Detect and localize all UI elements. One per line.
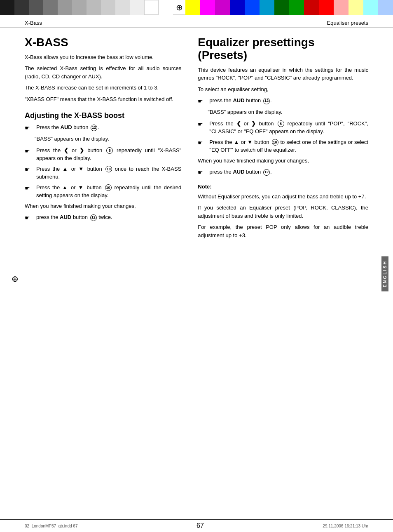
eq-nav1: ❮ <box>236 120 241 127</box>
eq-title: Equalizer presettings(Presets) <box>198 36 368 62</box>
eq-arrow-icon-3: ☛ <box>198 120 208 129</box>
xbass-step6-text: press the AUD button 12 twice. <box>36 213 181 221</box>
swatch-pink <box>334 0 349 15</box>
left-column: ⊕ X-BASS X-Bass allows you to increase t… <box>25 28 189 519</box>
eq-step4: ☛ Press the ▲ or ▼ button 10 to select o… <box>198 138 368 154</box>
swatch-2 <box>14 0 29 15</box>
eq-step4-text: Press the ▲ or ▼ button 10 to select one… <box>209 138 368 154</box>
xbass-step3: ☛ Press the ❮ or ❯ button 8 repeatedly u… <box>25 146 181 162</box>
swatch-10 <box>130 0 144 15</box>
note-1: Without Equaliser presets, you can adjus… <box>198 193 368 201</box>
eq-nav2: ❯ <box>251 120 256 127</box>
arrow-icon-5: ☛ <box>25 184 35 193</box>
swatch-7 <box>87 0 101 15</box>
swatch-dark-magenta <box>215 0 230 15</box>
xbass-nav2: ❯ <box>80 147 84 153</box>
eq-arrow-icon-5: ☛ <box>198 168 208 177</box>
eq-step3-text: Press the ❮ or ❯ button 8 repeatedly unt… <box>209 120 368 136</box>
left-crosshair: ⊕ <box>12 274 19 284</box>
xbass-title: X-BASS <box>25 36 181 49</box>
swatch-red <box>319 0 334 15</box>
color-bar-left <box>0 0 173 15</box>
swatch-11 <box>144 0 159 15</box>
arrow-icon-1: ☛ <box>25 124 35 132</box>
xbass-step4-text: Press the ▲ or ▼ button 10 once to reach… <box>36 165 181 181</box>
xbass-up2: ▲ <box>62 184 68 191</box>
swatch-dark-green <box>274 0 289 15</box>
eq-step3-num: 8 <box>278 120 284 127</box>
arrow-icon-3: ☛ <box>25 147 35 155</box>
side-label-container: ENGLISH <box>381 111 389 437</box>
swatch-1 <box>0 0 14 15</box>
xbass-intro2: The selected X-Bass setting is effective… <box>25 64 181 80</box>
right-column: Equalizer presettings(Presets) This devi… <box>189 28 368 519</box>
swatch-teal <box>260 0 274 15</box>
eq-step5-text: press the AUD button 12. <box>209 168 368 176</box>
footer-right: 29.11.2006 16:21:13 Uhr <box>323 524 368 528</box>
xbass-step4-num: 10 <box>105 166 112 172</box>
eq-up1: ▲ <box>234 139 239 145</box>
swatch-9 <box>115 0 130 15</box>
header-right: Equaliser presets <box>327 20 368 26</box>
xbass-when-finished: When you have finished making your chang… <box>25 202 181 210</box>
page-container: ⊕ X-Bass Equaliser presets ⊕ <box>0 0 393 532</box>
swatch-light-cyan <box>363 0 378 15</box>
swatch-12 <box>159 0 173 15</box>
swatch-magenta <box>200 0 215 15</box>
header-left: X-Bass <box>25 20 42 26</box>
header-row: X-Bass Equaliser presets <box>0 16 393 28</box>
side-label: ENGLISH <box>381 256 388 291</box>
xbass-intro4: "XBASS OFF" means that the X-BASS functi… <box>25 95 181 104</box>
crosshair-center: ⊕ <box>173 0 185 15</box>
xbass-step1-num: 12 <box>91 125 97 131</box>
xbass-step6: ☛ press the AUD button 12 twice. <box>25 213 181 222</box>
swatch-5 <box>58 0 72 15</box>
eq-arrow-icon-4: ☛ <box>198 139 208 147</box>
note-title: Note: <box>198 183 368 191</box>
eq-intro2: To select an equaliser setting, <box>198 85 368 94</box>
eq-arrow-icon-1: ☛ <box>198 97 208 106</box>
eq-step1-text: press the AUD button 12. <box>209 97 368 105</box>
xbass-intro3: The X-BASS increase can be set in increm… <box>25 84 181 92</box>
swatch-6 <box>72 0 87 15</box>
color-bar: ⊕ <box>0 0 393 15</box>
eq-display1: "BASS" appears on the display. <box>208 108 368 116</box>
xbass-step5-text: Press the ▲ or ▼ button 10 repeatedly un… <box>36 184 181 200</box>
note-3: For example, the preset POP only allows … <box>198 223 368 239</box>
xbass-step4: ☛ Press the ▲ or ▼ button 10 once to rea… <box>25 165 181 181</box>
page-number: 67 <box>196 522 204 530</box>
swatch-blue <box>230 0 245 15</box>
eq-step5: ☛ press the AUD button 12. <box>198 168 368 177</box>
arrow-icon-4: ☛ <box>25 165 35 174</box>
eq-step4-num: 10 <box>272 139 278 146</box>
xbass-step6-bold: AUD <box>60 214 71 220</box>
swatch-3 <box>29 0 43 15</box>
xbass-nav1: ❮ <box>64 147 68 153</box>
eq-when-finished: When you have finished making your chang… <box>198 157 368 165</box>
swatch-light-yellow <box>349 0 363 15</box>
eq-step1-num: 12 <box>263 98 270 104</box>
xbass-intro1: X-Bass allows you to increase the bass a… <box>25 53 181 61</box>
xbass-step3-text: Press the ❮ or ❯ button 8 repeatedly unt… <box>36 146 181 162</box>
xbass-step6-num: 12 <box>90 214 97 221</box>
swatch-dark-red <box>304 0 319 15</box>
swatch-yellow <box>185 0 200 15</box>
xbass-step3-num: 8 <box>106 147 113 154</box>
xbass-step1-bold: AUD <box>61 124 72 130</box>
eq-step1-bold: AUD <box>233 97 244 104</box>
xbass-down1: ▼ <box>78 166 84 172</box>
note-section: Note: Without Equaliser presets, you can… <box>198 183 368 239</box>
xbass-subsection-title: Adjusting the X-BASS boost <box>25 111 181 120</box>
xbass-step5-num: 10 <box>105 184 112 191</box>
swatch-bright-blue <box>245 0 260 15</box>
eq-step5-num: 12 <box>263 169 270 176</box>
swatch-8 <box>101 0 115 15</box>
swatch-4 <box>43 0 58 15</box>
xbass-step1: ☛ Press the AUD button 12. <box>25 123 181 132</box>
swatch-light-blue <box>378 0 393 15</box>
eq-step5-bold: AUD <box>233 169 244 175</box>
swatch-green <box>289 0 304 15</box>
arrow-icon-6: ☛ <box>25 214 35 222</box>
xbass-step5: ☛ Press the ▲ or ▼ button 10 repeatedly … <box>25 184 181 200</box>
xbass-display1: "BASS" appears on the display. <box>35 135 181 143</box>
